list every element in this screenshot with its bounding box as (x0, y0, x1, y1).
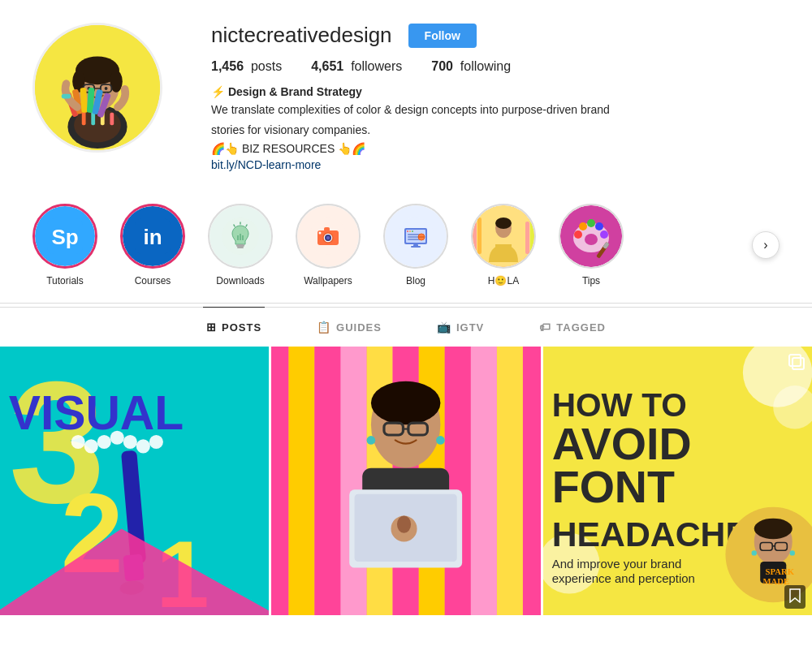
story-circle-blog (383, 204, 448, 269)
story-circle-hola (471, 204, 536, 269)
svg-point-134 (751, 550, 756, 555)
post-laptop-person[interactable] (271, 347, 540, 615)
story-downloads[interactable]: Downloads (208, 204, 273, 286)
svg-text:Sp: Sp (51, 225, 78, 249)
svg-point-89 (149, 435, 163, 449)
svg-rect-6 (110, 113, 114, 125)
posts-stat: 1,456 posts (211, 59, 282, 74)
save-icon[interactable] (784, 585, 806, 609)
svg-text:MADE: MADE (762, 576, 789, 586)
grid-icon: ⊞ (206, 321, 217, 334)
bio-name: ⚡ Design & Brand Strategy (211, 85, 780, 98)
bio-biz: 🌈👆 BIZ RESOURCES 👆🌈 (211, 142, 780, 155)
svg-rect-101 (497, 347, 523, 615)
svg-point-113 (367, 436, 376, 445)
story-label-downloads: Downloads (216, 275, 264, 286)
story-label-tutorials: Tutorials (46, 275, 84, 286)
svg-point-127 (754, 519, 792, 540)
svg-point-47 (407, 230, 408, 232)
svg-point-48 (409, 230, 411, 232)
svg-line-36 (234, 225, 235, 226)
story-circle-courses: in (120, 204, 185, 269)
svg-text:And improve your brand: And improve your brand (551, 557, 681, 571)
story-circle-tips (559, 204, 624, 269)
story-label-wallpapers: Wallpapers (304, 275, 352, 286)
story-circle-downloads (208, 204, 273, 269)
svg-rect-61 (473, 222, 477, 254)
svg-text:SPARK: SPARK (765, 566, 794, 576)
svg-text:HOW TO: HOW TO (551, 386, 686, 424)
svg-rect-62 (477, 218, 482, 254)
svg-point-16 (105, 87, 108, 90)
book-icon: 📋 (317, 321, 331, 334)
follow-button[interactable]: Follow (408, 24, 477, 48)
story-blog[interactable]: Blog (383, 204, 448, 286)
posts-label: posts (251, 59, 282, 73)
svg-point-68 (574, 230, 582, 239)
stories-next-button[interactable]: › (752, 231, 780, 259)
username: nictecreativedesign (211, 23, 392, 48)
story-label-tips: Tips (582, 275, 600, 286)
svg-point-86 (110, 431, 124, 445)
svg-point-67 (585, 234, 598, 245)
profile-header: nictecreativedesign Follow 1,456 posts 4… (0, 0, 812, 191)
posts-grid: 3 2 1 VISUAL (0, 347, 812, 615)
story-wallpapers[interactable]: Wallpapers (296, 204, 361, 286)
multi-photo-icon (788, 353, 806, 375)
story-tips[interactable]: Tips (559, 204, 624, 286)
svg-point-43 (319, 232, 322, 235)
svg-point-59 (495, 218, 512, 229)
stats-row: 1,456 posts 4,651 followers 700 followin… (211, 59, 780, 74)
following-count: 700 (431, 59, 453, 73)
svg-point-41 (326, 236, 330, 239)
tab-tagged[interactable]: 🏷 TAGGED (536, 307, 609, 347)
svg-text:experience and perception: experience and perception (551, 571, 694, 585)
svg-rect-93 (289, 347, 315, 615)
svg-rect-42 (324, 227, 330, 231)
story-circle-tutorials: Sp (32, 204, 97, 269)
followers-count: 4,651 (311, 59, 343, 73)
story-label-hola: H🙂LA (488, 275, 519, 286)
avatar[interactable] (32, 23, 162, 153)
following-label: following (460, 59, 511, 73)
svg-point-114 (436, 436, 445, 445)
svg-point-135 (789, 550, 794, 555)
svg-rect-102 (523, 347, 540, 615)
story-label-blog: Blog (406, 275, 425, 286)
tab-tagged-label: TAGGED (556, 321, 606, 334)
story-courses[interactable]: in Courses (120, 204, 185, 286)
svg-point-69 (579, 222, 587, 230)
svg-point-85 (97, 435, 111, 449)
tab-igtv[interactable]: 📺 IGTV (434, 307, 487, 347)
posts-count: 1,456 (211, 59, 244, 73)
svg-point-71 (595, 222, 603, 230)
tab-igtv-label: IGTV (456, 321, 484, 334)
tabs-row: ⊞ POSTS 📋 GUIDES 📺 IGTV 🏷 TAGGED (0, 307, 812, 347)
svg-rect-3 (82, 111, 86, 125)
profile-info: nictecreativedesign Follow 1,456 posts 4… (211, 23, 780, 171)
svg-point-49 (412, 230, 413, 232)
svg-rect-29 (236, 244, 244, 247)
svg-rect-92 (271, 347, 288, 615)
svg-point-83 (71, 435, 85, 449)
svg-rect-64 (530, 218, 534, 254)
svg-point-84 (84, 439, 98, 453)
story-tutorials[interactable]: Sp Tutorials (32, 204, 97, 286)
svg-rect-137 (793, 358, 804, 369)
svg-point-104 (371, 381, 441, 424)
svg-rect-136 (789, 355, 801, 366)
tab-posts[interactable]: ⊞ POSTS (203, 307, 265, 347)
following-stat: 700 following (431, 59, 511, 74)
stories-section: Sp Tutorials in Courses (0, 191, 812, 299)
svg-point-112 (397, 515, 411, 532)
post-visual321[interactable]: 3 2 1 VISUAL (0, 347, 269, 615)
followers-stat: 4,651 followers (311, 59, 402, 74)
svg-rect-23 (62, 94, 71, 99)
bio-text-line2: stories for visionary companies. (211, 122, 650, 139)
tab-guides[interactable]: 📋 GUIDES (313, 307, 385, 347)
post-font-headaches[interactable]: HOW TO AVOID FONT HEADACHES And improve … (543, 347, 812, 615)
bio-link[interactable]: bit.ly/NCD-learn-more (211, 158, 780, 171)
story-hola[interactable]: H🙂LA (471, 204, 536, 286)
story-circle-wallpapers (296, 204, 361, 269)
svg-point-70 (587, 219, 595, 227)
